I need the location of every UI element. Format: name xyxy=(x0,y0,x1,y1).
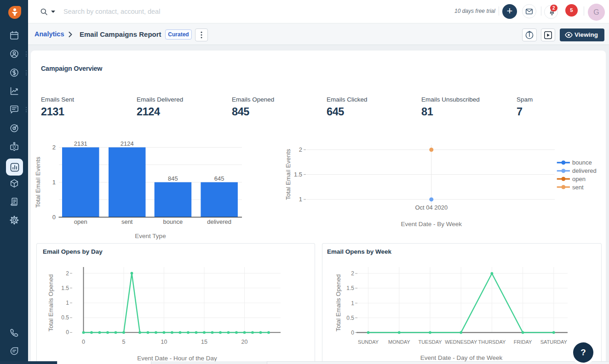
svg-text:Total Email Events: Total Email Events xyxy=(285,149,292,200)
svg-text:Event Date - Day of the Week: Event Date - Day of the Week xyxy=(420,354,503,361)
svg-text:Total Email Events: Total Email Events xyxy=(34,157,41,208)
svg-text:15: 15 xyxy=(201,339,207,345)
svg-text:SATURDAY: SATURDAY xyxy=(540,339,568,345)
svg-text:2: 2 xyxy=(299,146,302,153)
svg-text:Oct 04 2020: Oct 04 2020 xyxy=(415,204,448,211)
svg-text:Total Emails Opened: Total Emails Opened xyxy=(335,274,342,332)
svg-text:open: open xyxy=(572,176,586,182)
svg-text:5: 5 xyxy=(122,339,126,345)
svg-text:0: 0 xyxy=(52,214,56,221)
svg-text:20: 20 xyxy=(241,339,248,345)
svg-text:0: 0 xyxy=(351,330,354,336)
svg-text:2: 2 xyxy=(52,144,56,151)
svg-text:1.5: 1.5 xyxy=(294,171,302,178)
svg-text:open: open xyxy=(74,218,87,225)
svg-text:1.5: 1.5 xyxy=(61,285,69,291)
svg-text:THURSDAY: THURSDAY xyxy=(478,339,506,345)
svg-text:bounce: bounce xyxy=(163,218,183,225)
svg-text:sent: sent xyxy=(572,184,584,191)
svg-text:1: 1 xyxy=(351,300,354,307)
svg-text:2: 2 xyxy=(351,270,354,277)
svg-text:bounce: bounce xyxy=(572,159,592,166)
svg-text:10: 10 xyxy=(161,339,167,345)
svg-text:2124: 2124 xyxy=(121,140,134,147)
svg-text:1.5: 1.5 xyxy=(346,285,354,291)
svg-text:2: 2 xyxy=(66,270,69,277)
svg-text:Total Emails Opened: Total Emails Opened xyxy=(47,274,54,332)
svg-text:FRIDAY: FRIDAY xyxy=(514,339,532,345)
svg-text:2131: 2131 xyxy=(74,140,87,147)
svg-text:845: 845 xyxy=(168,175,178,182)
svg-text:delivered: delivered xyxy=(572,167,597,174)
svg-text:1: 1 xyxy=(52,179,56,186)
svg-text:sent: sent xyxy=(121,218,133,225)
svg-text:1: 1 xyxy=(66,300,69,306)
svg-text:1: 1 xyxy=(299,196,302,203)
svg-text:WEDNESDAY: WEDNESDAY xyxy=(445,339,477,345)
svg-text:TUESDAY: TUESDAY xyxy=(418,339,442,345)
svg-text:0.5: 0.5 xyxy=(61,314,69,321)
svg-text:SUNDAY: SUNDAY xyxy=(358,339,379,345)
svg-text:645: 645 xyxy=(214,175,224,182)
svg-text:0.5: 0.5 xyxy=(346,315,354,321)
svg-text:0: 0 xyxy=(66,329,69,336)
svg-text:0: 0 xyxy=(82,339,85,345)
svg-text:delivered: delivered xyxy=(207,218,231,225)
svg-text:Event Type: Event Type xyxy=(135,233,166,239)
svg-text:Event Date - By Week: Event Date - By Week xyxy=(401,221,462,228)
svg-text:Event Date - Hour of the Day: Event Date - Hour of the Day xyxy=(137,355,217,362)
svg-text:MONDAY: MONDAY xyxy=(388,339,410,345)
